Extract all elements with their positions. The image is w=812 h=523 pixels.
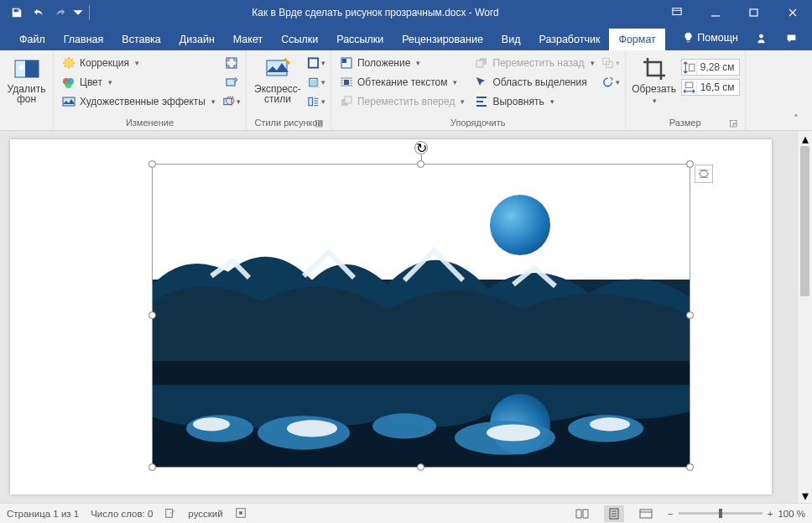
svg-rect-1 bbox=[750, 9, 757, 16]
svg-rect-29 bbox=[685, 82, 693, 87]
styles-icon bbox=[264, 55, 291, 82]
crop-button[interactable]: Обрезать▾ bbox=[631, 54, 678, 112]
zoom-in-button[interactable]: + bbox=[768, 509, 773, 519]
proofing-icon[interactable] bbox=[164, 507, 176, 520]
tab-developer[interactable]: Разработчик bbox=[529, 29, 609, 50]
svg-point-37 bbox=[487, 425, 540, 442]
svg-point-38 bbox=[590, 418, 630, 431]
svg-rect-18 bbox=[309, 97, 313, 105]
group-styles: Экспресс- стили ▾ ▾ ▾ Стили рисунков◲ bbox=[247, 50, 331, 130]
picture-content bbox=[153, 165, 690, 467]
resize-handle-w[interactable] bbox=[148, 311, 156, 319]
quick-styles-button[interactable]: Экспресс- стили bbox=[252, 54, 304, 112]
styles-launcher-icon[interactable]: ◲ bbox=[314, 118, 324, 128]
quick-access-toolbar bbox=[0, 3, 93, 23]
picture-effects-button[interactable]: ▾ bbox=[307, 73, 325, 91]
redo-button[interactable] bbox=[50, 3, 70, 23]
wrap-text-button[interactable]: Обтекание текстом▾ bbox=[336, 73, 468, 91]
group-background: Удалить фон bbox=[0, 50, 54, 130]
svg-rect-0 bbox=[673, 8, 681, 15]
svg-rect-41 bbox=[239, 511, 242, 515]
compress-pictures-button[interactable] bbox=[222, 54, 241, 71]
group-arrange: Положение▾ Обтекание текстом▾ Переместит… bbox=[331, 50, 626, 130]
resize-handle-sw[interactable] bbox=[148, 463, 156, 471]
vertical-scrollbar[interactable]: ▴ ▾ bbox=[797, 131, 812, 503]
align-button[interactable]: Выровнять▾ bbox=[471, 92, 597, 110]
rotate-button[interactable]: ▾ bbox=[601, 73, 620, 91]
tab-view[interactable]: Вид bbox=[492, 29, 530, 50]
corrections-button[interactable]: Коррекция▾ bbox=[59, 54, 219, 71]
resize-handle-n[interactable] bbox=[417, 160, 424, 168]
word-count[interactable]: Число слов: 0 bbox=[91, 509, 153, 519]
zoom-value[interactable]: 100 % bbox=[778, 509, 805, 519]
scroll-thumb[interactable] bbox=[800, 146, 809, 296]
language-indicator[interactable]: русский bbox=[188, 509, 222, 519]
tab-format[interactable]: Формат bbox=[609, 29, 664, 50]
comments-button[interactable] bbox=[778, 25, 807, 50]
titlebar: Как в Врде сделать рисунок прозрачным.do… bbox=[0, 0, 812, 25]
artistic-effects-button[interactable]: Художественные эффекты▾ bbox=[59, 92, 219, 110]
minimize-button[interactable] bbox=[696, 0, 735, 25]
collapse-ribbon-button[interactable]: ˄ bbox=[794, 113, 807, 127]
svg-point-9 bbox=[65, 81, 72, 88]
svg-point-32 bbox=[372, 413, 436, 438]
tab-mailings[interactable]: Рассылки bbox=[327, 29, 393, 50]
page[interactable]: ↻ bbox=[10, 139, 772, 494]
width-input[interactable]: 16,5 см bbox=[681, 79, 740, 96]
close-button[interactable] bbox=[773, 0, 812, 25]
resize-handle-nw[interactable] bbox=[148, 160, 156, 168]
undo-button[interactable] bbox=[29, 3, 49, 23]
group-styles-label: Стили рисунков◲ bbox=[252, 116, 325, 130]
change-picture-button[interactable] bbox=[222, 73, 241, 91]
resize-handle-e[interactable] bbox=[686, 311, 694, 319]
scroll-down-button[interactable]: ▾ bbox=[802, 488, 809, 503]
tab-layout[interactable]: Макет bbox=[224, 29, 272, 50]
group-objects-button[interactable]: ▾ bbox=[601, 54, 620, 71]
color-button[interactable]: Цвет▾ bbox=[59, 73, 219, 91]
resize-handle-s[interactable] bbox=[417, 463, 424, 471]
tab-file[interactable]: Файл bbox=[10, 29, 55, 50]
share-button[interactable] bbox=[748, 25, 777, 50]
position-button[interactable]: Положение▾ bbox=[336, 54, 468, 71]
scroll-up-button[interactable]: ▴ bbox=[802, 131, 809, 146]
group-change: Коррекция▾ Цвет▾ Художественные эффекты▾… bbox=[54, 50, 247, 130]
picture-border-button[interactable]: ▾ bbox=[307, 54, 325, 71]
web-layout-button[interactable] bbox=[636, 505, 656, 522]
remove-background-button[interactable]: Удалить фон bbox=[5, 54, 48, 112]
tab-references[interactable]: Ссылки bbox=[272, 29, 327, 50]
size-launcher-icon[interactable]: ◲ bbox=[728, 118, 738, 128]
send-backward-button: Переместить назад▾ bbox=[471, 54, 597, 71]
resize-handle-ne[interactable] bbox=[686, 160, 694, 168]
bring-forward-button: Переместить вперед▾ bbox=[336, 92, 468, 110]
tab-design[interactable]: Дизайн bbox=[170, 29, 224, 50]
tab-home[interactable]: Главная bbox=[55, 29, 113, 50]
layout-options-button[interactable] bbox=[695, 165, 713, 183]
svg-rect-12 bbox=[226, 79, 235, 86]
svg-rect-17 bbox=[311, 80, 319, 87]
ribbon-options-button[interactable] bbox=[658, 0, 696, 25]
read-mode-button[interactable] bbox=[572, 505, 592, 522]
reset-picture-button[interactable]: ▾ bbox=[222, 92, 241, 110]
print-layout-button[interactable] bbox=[604, 505, 624, 522]
tell-me[interactable]: Помощн bbox=[674, 27, 747, 49]
zoom-out-button[interactable]: − bbox=[668, 509, 674, 519]
resize-handle-se[interactable] bbox=[686, 463, 694, 471]
tab-insert[interactable]: Вставка bbox=[112, 29, 169, 50]
maximize-button[interactable] bbox=[735, 0, 773, 25]
picture-layout-button[interactable]: ▾ bbox=[307, 92, 325, 110]
selected-picture[interactable]: ↻ bbox=[153, 165, 690, 467]
qat-customize[interactable] bbox=[72, 3, 84, 23]
tab-review[interactable]: Рецензирование bbox=[393, 29, 492, 50]
zoom-control: − + 100 % bbox=[668, 509, 805, 519]
rotate-handle[interactable]: ↻ bbox=[414, 141, 428, 154]
save-button[interactable] bbox=[7, 3, 27, 23]
group-size-label: Размер◲ bbox=[631, 116, 740, 130]
height-input[interactable]: 9,28 см bbox=[681, 59, 740, 76]
page-indicator[interactable]: Страница 1 из 1 bbox=[7, 509, 79, 519]
svg-rect-43 bbox=[640, 510, 652, 518]
selection-pane-button[interactable]: Область выделения bbox=[471, 73, 597, 91]
macro-icon[interactable] bbox=[235, 507, 247, 520]
zoom-slider[interactable] bbox=[679, 512, 763, 515]
crop-label: Обрезать bbox=[632, 84, 676, 94]
status-bar: Страница 1 из 1 Число слов: 0 русский − … bbox=[0, 503, 812, 523]
